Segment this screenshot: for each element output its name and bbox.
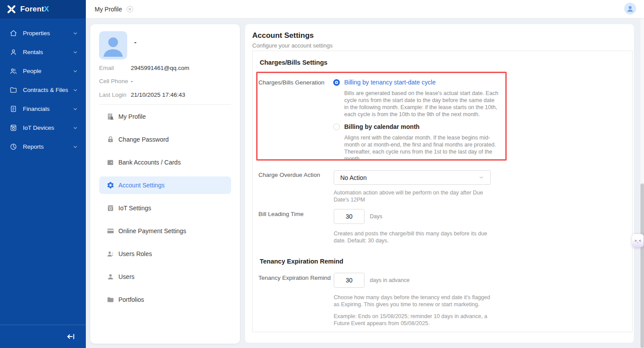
sidebar: ForentX Properties Rentals People Contra… xyxy=(0,0,86,348)
cell-phone-value: - xyxy=(131,78,133,84)
sidebar-item-label: Contracts & Files xyxy=(23,87,73,93)
user-avatar[interactable] xyxy=(624,3,636,15)
lock-icon xyxy=(107,136,114,143)
page-title: Account Settings xyxy=(252,31,314,40)
sidebar-logo: ForentX xyxy=(0,0,86,18)
sidebar-item-label: Financials xyxy=(23,106,73,112)
radio-label-tenancy-start-date[interactable]: Billing by tenancy start-date cycle xyxy=(344,79,436,86)
menu-item-account-settings[interactable]: Account Settings xyxy=(99,176,231,194)
settings-scroll-area: Charges/Bills Settings Charges/Bills Gen… xyxy=(252,51,633,332)
tab-close-icon[interactable] xyxy=(126,6,133,13)
sidebar-footer xyxy=(0,325,86,348)
collapse-sidebar-icon[interactable] xyxy=(66,332,75,341)
portfolio-folder-icon xyxy=(107,296,114,304)
charges-bills-generation-label: Charges/Bills Generation xyxy=(258,79,324,86)
logo-accent: X xyxy=(44,5,49,14)
forentx-logo-icon xyxy=(6,4,17,15)
last-login-label: Last Login xyxy=(99,92,126,98)
menu-item-label: Bank Accounts / Cards xyxy=(118,159,181,166)
menu-item-my-profile[interactable]: My Profile xyxy=(99,108,231,125)
user-avatar-icon xyxy=(626,4,634,13)
sidebar-item-iot-devices[interactable]: IoT Devices xyxy=(0,118,86,137)
tab-my-profile[interactable]: My Profile xyxy=(95,6,133,13)
chevron-down-icon xyxy=(73,125,78,131)
tenancy-expiration-remind-example: Example: Ends on 15/08/2025; reminder 10… xyxy=(334,313,493,327)
email-value: 2945991461@qq.com xyxy=(131,65,189,71)
sidebar-item-properties[interactable]: Properties xyxy=(0,24,86,43)
menu-item-label: Online Payment Settings xyxy=(118,227,186,234)
cell-phone-label: Cell Phone xyxy=(99,78,128,84)
logo-text: Forent xyxy=(20,5,44,14)
tenancy-expiration-remind-label: Tenancy Expiration Remind xyxy=(258,275,331,281)
radio-label-calendar-month[interactable]: Billing by calendar month xyxy=(344,123,420,130)
sidebar-item-label: Properties xyxy=(23,30,73,37)
folder-icon xyxy=(10,86,17,94)
sidebar-item-contracts-files[interactable]: Contracts & Files xyxy=(0,81,86,99)
charge-overdue-action-label: Charge Overdue Action xyxy=(258,172,320,178)
menu-item-label: Portfolios xyxy=(118,296,144,303)
sidebar-item-label: IoT Devices xyxy=(23,125,73,131)
sidebar-item-rentals[interactable]: Rentals xyxy=(0,43,86,62)
last-login-value: 21/10/2025 17:46:43 xyxy=(131,92,185,98)
sidebar-item-financials[interactable]: Financials xyxy=(0,99,86,118)
radio-billing-by-calendar-month[interactable] xyxy=(333,124,340,130)
charges-bills-settings-heading: Charges/Bills Settings xyxy=(260,59,328,66)
chevron-down-icon xyxy=(73,88,78,93)
divider xyxy=(99,104,231,105)
menu-item-label: Users xyxy=(118,273,135,280)
tenancy-start-date-description: Bills are generated based on the lease's… xyxy=(344,90,498,118)
profile-card: - Email 2945991461@qq.com Cell Phone - L… xyxy=(90,24,240,344)
user-icon xyxy=(107,273,114,281)
charge-overdue-help: Automation action above will be perform … xyxy=(334,189,493,203)
sidebar-item-people[interactable]: People xyxy=(0,62,86,81)
menu-item-change-password[interactable]: Change Password xyxy=(99,131,231,148)
tenancy-expiration-remind-heading: Tenancy Expiration Remind xyxy=(260,258,343,265)
tenancy-expiration-remind-input[interactable] xyxy=(334,273,364,288)
menu-item-portfolios[interactable]: Portfolios xyxy=(99,291,231,308)
sidebar-item-label: Reports xyxy=(23,143,73,150)
document-icon xyxy=(10,105,17,113)
page-scrollbar-thumb[interactable] xyxy=(640,183,644,348)
profile-name: - xyxy=(134,38,136,46)
topbar: My Profile xyxy=(86,0,644,18)
menu-item-label: Users Roles xyxy=(118,250,152,257)
users-roles-icon xyxy=(107,250,114,258)
chevron-down-icon xyxy=(478,175,484,180)
email-label: Email xyxy=(99,65,114,71)
credit-card-icon xyxy=(107,227,114,235)
menu-item-online-payment-settings[interactable]: Online Payment Settings xyxy=(99,222,231,240)
wallet-icon xyxy=(107,158,114,166)
menu-item-label: IoT Settings xyxy=(118,205,151,212)
charge-overdue-action-select[interactable]: No Action xyxy=(334,170,491,185)
chevron-down-icon xyxy=(73,144,78,150)
menu-item-label: Account Settings xyxy=(118,182,165,189)
profile-doc-icon xyxy=(107,113,114,121)
account-settings-panel: Account Settings Configure your account … xyxy=(245,24,634,343)
profile-avatar xyxy=(99,31,127,59)
sidebar-item-label: People xyxy=(23,68,73,74)
menu-item-label: Change Password xyxy=(118,136,169,143)
person-icon xyxy=(10,48,17,56)
calendar-month-description: Aligns rent with the calendar month. If … xyxy=(344,134,498,162)
chevron-down-icon xyxy=(73,50,78,55)
bill-leading-time-input[interactable] xyxy=(334,209,364,224)
chevron-down-icon xyxy=(73,69,78,74)
people-icon xyxy=(10,67,17,75)
iot-device-icon xyxy=(10,124,17,132)
radio-billing-by-tenancy-start-date[interactable] xyxy=(333,79,340,86)
menu-item-iot-settings[interactable]: IoT Settings xyxy=(99,199,231,217)
bill-leading-time-help: Creates and posts the charge/bill this m… xyxy=(334,230,493,244)
sidebar-nav: Properties Rentals People Contracts & Fi… xyxy=(0,18,86,156)
floating-console-widget[interactable]: >ˍ< xyxy=(632,234,644,247)
gear-icon xyxy=(107,181,114,189)
chevron-down-icon xyxy=(73,106,78,112)
home-icon xyxy=(10,29,17,37)
pie-chart-icon xyxy=(10,143,17,150)
sidebar-item-reports[interactable]: Reports xyxy=(0,137,86,156)
iot-settings-icon xyxy=(107,204,114,212)
chevron-down-icon xyxy=(73,31,78,36)
menu-item-users-roles[interactable]: Users Roles xyxy=(99,245,231,263)
days-unit-label: Days xyxy=(370,213,382,220)
menu-item-bank-accounts-cards[interactable]: Bank Accounts / Cards xyxy=(99,154,231,171)
menu-item-users[interactable]: Users xyxy=(99,268,231,286)
